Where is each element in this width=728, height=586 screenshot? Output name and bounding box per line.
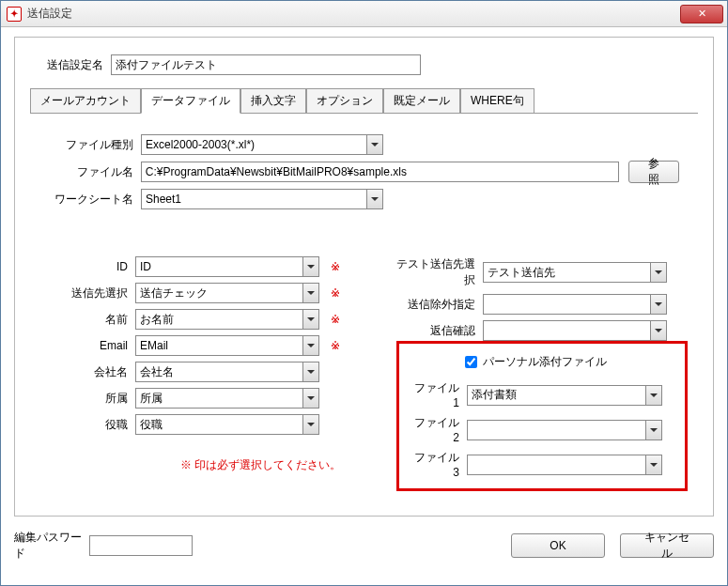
affiliation-input[interactable] — [135, 388, 319, 409]
chevron-down-icon[interactable] — [302, 389, 318, 408]
title-label: 役職 — [49, 417, 135, 433]
title-input[interactable] — [135, 414, 319, 435]
file3-combo[interactable] — [467, 455, 662, 475]
chevron-down-icon[interactable] — [650, 321, 666, 340]
tab-data-file[interactable]: データファイル — [141, 88, 240, 114]
file2-label: ファイル2 — [409, 415, 467, 444]
tab-mail-account[interactable]: メールアカウント — [30, 88, 141, 113]
ok-button[interactable]: OK — [511, 533, 605, 558]
browse-button[interactable]: 参照 — [628, 161, 679, 183]
right-column: テスト送信先選択 送信除外指定 — [396, 256, 688, 491]
file1-combo[interactable] — [467, 385, 662, 406]
id-input[interactable] — [135, 256, 319, 277]
replyconfirm-combo[interactable] — [483, 320, 667, 341]
file3-input[interactable] — [467, 455, 662, 475]
tab-bar: メールアカウント データファイル 挿入文字 オプション 既定メール WHERE句 — [30, 88, 698, 114]
chevron-down-icon[interactable] — [366, 135, 382, 154]
exclude-label: 送信除外指定 — [396, 297, 483, 313]
company-label: 会社名 — [49, 364, 135, 380]
required-mark: ※ — [331, 286, 344, 300]
content: 送信設定名 メールアカウント データファイル 挿入文字 オプション 既定メール … — [1, 27, 727, 571]
chevron-down-icon[interactable] — [302, 257, 318, 276]
cancel-button[interactable]: キャンセル — [620, 533, 714, 558]
testdest-label: テスト送信先選択 — [396, 256, 483, 288]
exclude-input[interactable] — [483, 294, 667, 315]
chevron-down-icon[interactable] — [302, 284, 318, 302]
tab-where-clause[interactable]: WHERE句 — [460, 88, 534, 113]
setting-name-input[interactable] — [111, 54, 421, 75]
file1-label: ファイル1 — [409, 380, 467, 409]
tab-insert-text[interactable]: 挿入文字 — [240, 88, 306, 113]
chevron-down-icon[interactable] — [645, 421, 661, 440]
required-mark: ※ — [331, 339, 344, 352]
file2-combo[interactable] — [467, 420, 662, 440]
tab-content-data-file: ファイル種別 ファイル名 参照 ワークシート名 — [30, 114, 698, 501]
personal-attach-group: パーソナル添付ファイル ファイル1 ファイル2 — [396, 341, 688, 491]
name-label: 名前 — [49, 312, 135, 328]
tab-option[interactable]: オプション — [306, 88, 383, 113]
worksheet-combo[interactable] — [141, 189, 383, 209]
chevron-down-icon[interactable] — [645, 386, 661, 405]
close-button[interactable]: ✕ — [680, 5, 723, 23]
file-type-input[interactable] — [141, 134, 383, 155]
name-combo[interactable] — [135, 309, 319, 330]
tab-default-mail[interactable]: 既定メール — [383, 88, 460, 113]
worksheet-input[interactable] — [141, 189, 383, 209]
file-name-input[interactable] — [141, 162, 619, 182]
button-bar: 編集パスワード OK キャンセル — [14, 530, 714, 562]
affiliation-label: 所属 — [49, 391, 135, 407]
id-label: ID — [49, 260, 135, 273]
chevron-down-icon[interactable] — [645, 455, 661, 474]
window: ✦ 送信設定 ✕ 送信設定名 メールアカウント データファイル 挿入文字 オプシ… — [0, 0, 728, 586]
required-mark: ※ — [331, 260, 344, 273]
file1-input[interactable] — [467, 385, 662, 406]
app-icon: ✦ — [7, 7, 22, 22]
title-combo[interactable] — [135, 414, 319, 435]
email-label: Email — [49, 339, 135, 352]
file3-label: ファイル3 — [409, 450, 467, 479]
chevron-down-icon[interactable] — [302, 336, 318, 355]
replyconfirm-label: 返信確認 — [396, 323, 483, 339]
email-combo[interactable] — [135, 335, 319, 356]
titlebar: ✦ 送信設定 ✕ — [1, 1, 727, 27]
file-type-combo[interactable] — [141, 134, 383, 155]
required-note: ※ 印は必ず選択してください。 — [180, 457, 368, 473]
email-input[interactable] — [135, 335, 319, 356]
chevron-down-icon[interactable] — [302, 362, 318, 381]
worksheet-label: ワークシート名 — [49, 192, 141, 208]
chevron-down-icon[interactable] — [650, 263, 666, 282]
window-title: 送信設定 — [27, 6, 680, 22]
edit-password-input[interactable] — [89, 535, 193, 556]
edit-password-label: 編集パスワード — [14, 530, 89, 562]
left-column: ID ※ 送信先選択 — [49, 256, 368, 491]
replyconfirm-input[interactable] — [483, 320, 667, 341]
file-type-label: ファイル種別 — [49, 137, 141, 153]
required-mark: ※ — [331, 313, 344, 326]
file2-input[interactable] — [467, 420, 662, 440]
personal-attach-label: パーソナル添付ファイル — [483, 354, 607, 370]
company-combo[interactable] — [135, 362, 319, 382]
testdest-input[interactable] — [483, 262, 667, 283]
close-icon: ✕ — [698, 8, 706, 20]
chevron-down-icon[interactable] — [302, 310, 318, 329]
personal-attach-checkbox[interactable] — [465, 356, 477, 368]
sendsel-combo[interactable] — [135, 283, 319, 303]
affiliation-combo[interactable] — [135, 388, 319, 409]
sendsel-label: 送信先選択 — [49, 285, 135, 301]
testdest-combo[interactable] — [483, 262, 667, 283]
chevron-down-icon[interactable] — [366, 190, 382, 208]
main-panel: 送信設定名 メールアカウント データファイル 挿入文字 オプション 既定メール … — [14, 37, 714, 517]
file-name-label: ファイル名 — [49, 164, 141, 180]
company-input[interactable] — [135, 362, 319, 382]
name-input[interactable] — [135, 309, 319, 330]
id-combo[interactable] — [135, 256, 319, 277]
setting-name-label: 送信設定名 — [30, 57, 111, 73]
chevron-down-icon[interactable] — [302, 415, 318, 434]
sendsel-input[interactable] — [135, 283, 319, 303]
exclude-combo[interactable] — [483, 294, 667, 315]
chevron-down-icon[interactable] — [650, 295, 666, 314]
